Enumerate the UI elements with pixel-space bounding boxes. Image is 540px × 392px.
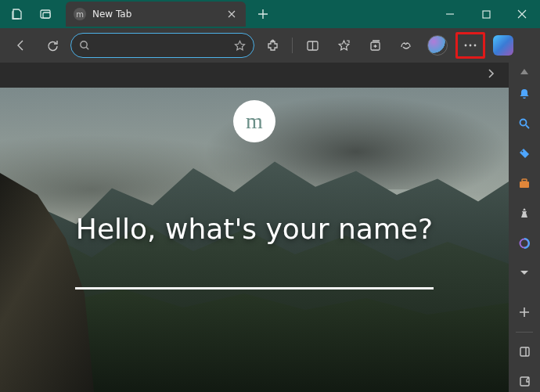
tab-close-button[interactable] [225,8,238,20]
titlebar: m New Tab [0,0,540,28]
browser-essentials-button[interactable] [393,32,419,59]
favorite-icon[interactable] [234,40,246,52]
svg-point-11 [522,151,524,153]
copilot-button[interactable] [490,32,517,59]
svg-point-10 [520,120,527,126]
svg-point-9 [474,45,477,47]
svg-point-3 [81,41,87,48]
svg-rect-13 [522,179,527,182]
svg-rect-12 [520,182,529,188]
extensions-button[interactable] [259,32,286,59]
sidebar-add-button[interactable] [513,302,535,322]
browser-tab[interactable]: m New Tab [66,2,246,27]
search-icon [79,40,90,51]
sidebar-tools-button[interactable] [513,173,535,193]
sidebar-more-button[interactable] [513,263,535,283]
address-input[interactable] [96,40,228,52]
sidebar-m365-button[interactable] [513,233,535,254]
svg-point-7 [465,45,467,47]
collections-button[interactable] [362,32,388,59]
sidebar-search-button[interactable] [513,113,535,134]
sidebar-games-button[interactable] [513,203,535,223]
split-screen-button[interactable] [299,32,326,59]
favorites-button[interactable] [330,32,357,59]
sidebar-settings-button[interactable] [513,372,535,392]
ntp-name-input[interactable] [75,287,434,290]
sidebar-bell-button[interactable] [513,84,535,104]
sidebar-hide-button[interactable] [513,342,535,362]
copilot-icon [493,35,513,56]
more-button[interactable] [459,36,481,55]
svg-rect-15 [520,347,529,356]
toolbar [0,28,540,63]
ntp-brand-logo: m [233,100,275,142]
back-button[interactable] [8,32,34,59]
ntp-forward-button[interactable] [481,63,501,84]
window-minimize-button[interactable] [432,0,468,28]
refresh-button[interactable] [39,32,66,59]
edge-sidebar [509,63,540,392]
ntp-greeting: Hello, what's your name? [0,213,509,245]
window-maximize-button[interactable] [468,0,504,28]
window-close-button[interactable] [504,0,540,28]
svg-rect-1 [43,13,50,18]
sidebar-shopping-button[interactable] [513,143,535,164]
sidebar-scroll-up[interactable] [520,69,528,74]
svg-point-8 [470,45,472,47]
tab-favicon: m [74,8,86,20]
annotation-highlight [455,32,485,59]
new-tab-button[interactable] [252,3,274,25]
workspaces-button[interactable] [5,2,30,27]
ntp-brand-letter: m [246,109,263,134]
address-bar[interactable] [70,33,254,58]
tab-actions-button[interactable] [33,2,58,27]
tab-title: New Tab [92,9,131,20]
profile-button[interactable] [424,32,451,59]
ntp-background: m Hello, what's your name? [0,88,509,392]
content-area: m Hello, what's your name? [0,63,509,392]
avatar-icon [427,35,448,56]
svg-rect-2 [483,11,490,18]
